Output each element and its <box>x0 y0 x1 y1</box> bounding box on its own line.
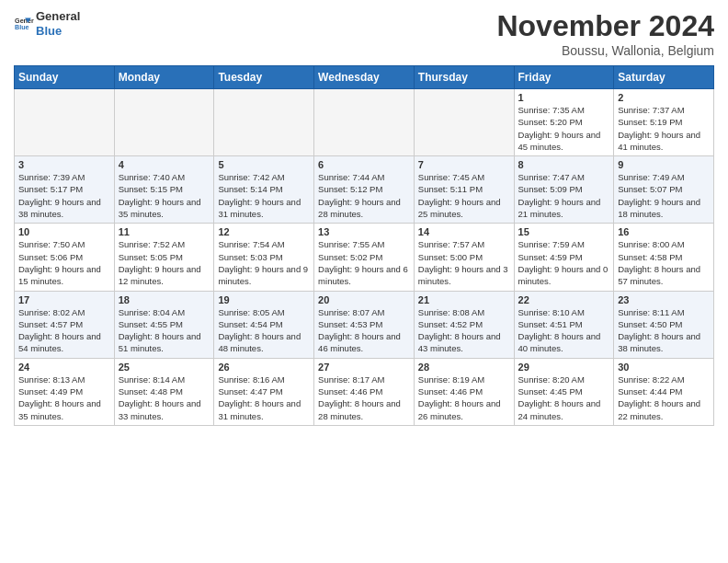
day-info: Sunrise: 7:40 AM Sunset: 5:15 PM Dayligh… <box>119 171 210 220</box>
day-number: 11 <box>119 226 210 237</box>
title-block: November 2024 Boussu, Wallonia, Belgium <box>496 9 714 58</box>
day-info: Sunrise: 7:59 AM Sunset: 4:59 PM Dayligh… <box>518 238 610 287</box>
day-number: 20 <box>318 294 410 305</box>
day-number: 27 <box>318 362 410 373</box>
day-number: 7 <box>418 159 510 170</box>
calendar-cell <box>15 89 115 156</box>
calendar-cell <box>114 89 214 156</box>
day-info: Sunrise: 8:10 AM Sunset: 4:51 PM Dayligh… <box>518 306 610 355</box>
calendar-cell: 18Sunrise: 8:04 AM Sunset: 4:55 PM Dayli… <box>114 291 214 358</box>
day-number: 15 <box>518 226 610 237</box>
calendar-cell: 19Sunrise: 8:05 AM Sunset: 4:54 PM Dayli… <box>214 291 314 358</box>
calendar-cell: 14Sunrise: 7:57 AM Sunset: 5:00 PM Dayli… <box>414 224 514 291</box>
day-info: Sunrise: 8:11 AM Sunset: 4:50 PM Dayligh… <box>618 306 710 355</box>
day-info: Sunrise: 7:55 AM Sunset: 5:02 PM Dayligh… <box>318 238 410 287</box>
day-number: 8 <box>518 159 610 170</box>
svg-text:Blue: Blue <box>15 23 29 30</box>
day-number: 21 <box>418 294 510 305</box>
calendar-cell: 10Sunrise: 7:50 AM Sunset: 5:06 PM Dayli… <box>15 224 115 291</box>
calendar-cell: 15Sunrise: 7:59 AM Sunset: 4:59 PM Dayli… <box>514 224 614 291</box>
day-number: 19 <box>218 294 310 305</box>
day-number: 29 <box>518 362 610 373</box>
day-number: 1 <box>518 92 610 103</box>
weekday-header-wednesday: Wednesday <box>314 66 415 89</box>
calendar-cell: 12Sunrise: 7:54 AM Sunset: 5:03 PM Dayli… <box>214 224 314 291</box>
day-info: Sunrise: 8:16 AM Sunset: 4:47 PM Dayligh… <box>218 373 310 422</box>
logo-line1: General <box>36 9 80 24</box>
day-number: 22 <box>518 294 610 305</box>
day-info: Sunrise: 8:05 AM Sunset: 4:54 PM Dayligh… <box>218 306 310 355</box>
calendar-cell: 11Sunrise: 7:52 AM Sunset: 5:05 PM Dayli… <box>114 224 214 291</box>
weekday-header-monday: Monday <box>114 66 214 89</box>
day-number: 13 <box>318 226 410 237</box>
day-info: Sunrise: 8:02 AM Sunset: 4:57 PM Dayligh… <box>18 306 110 355</box>
calendar-cell: 8Sunrise: 7:47 AM Sunset: 5:09 PM Daylig… <box>514 156 614 224</box>
day-number: 24 <box>18 362 110 373</box>
day-number: 17 <box>18 294 110 305</box>
day-number: 25 <box>119 362 210 373</box>
day-number: 26 <box>218 362 310 373</box>
calendar-cell: 7Sunrise: 7:45 AM Sunset: 5:11 PM Daylig… <box>414 156 514 224</box>
calendar-cell: 25Sunrise: 8:14 AM Sunset: 4:48 PM Dayli… <box>114 358 214 425</box>
day-info: Sunrise: 7:49 AM Sunset: 5:07 PM Dayligh… <box>618 171 710 220</box>
day-info: Sunrise: 8:00 AM Sunset: 4:58 PM Dayligh… <box>618 238 710 287</box>
calendar-cell: 22Sunrise: 8:10 AM Sunset: 4:51 PM Dayli… <box>514 291 614 358</box>
day-info: Sunrise: 7:45 AM Sunset: 5:11 PM Dayligh… <box>418 171 510 220</box>
location: Boussu, Wallonia, Belgium <box>496 43 714 58</box>
day-number: 10 <box>18 226 110 237</box>
calendar-cell: 30Sunrise: 8:22 AM Sunset: 4:44 PM Dayli… <box>614 358 714 425</box>
day-info: Sunrise: 7:39 AM Sunset: 5:17 PM Dayligh… <box>18 171 110 220</box>
day-info: Sunrise: 8:17 AM Sunset: 4:46 PM Dayligh… <box>318 373 410 422</box>
day-info: Sunrise: 8:08 AM Sunset: 4:52 PM Dayligh… <box>418 306 510 355</box>
day-info: Sunrise: 8:13 AM Sunset: 4:49 PM Dayligh… <box>18 373 110 422</box>
page-header: General Blue General Blue November 2024 … <box>14 9 714 58</box>
calendar-cell: 21Sunrise: 8:08 AM Sunset: 4:52 PM Dayli… <box>414 291 514 358</box>
day-number: 30 <box>618 362 710 373</box>
day-number: 12 <box>218 226 310 237</box>
day-number: 23 <box>618 294 710 305</box>
day-info: Sunrise: 7:50 AM Sunset: 5:06 PM Dayligh… <box>18 238 110 287</box>
weekday-header-tuesday: Tuesday <box>214 66 314 89</box>
day-info: Sunrise: 7:54 AM Sunset: 5:03 PM Dayligh… <box>218 238 310 287</box>
day-info: Sunrise: 8:04 AM Sunset: 4:55 PM Dayligh… <box>119 306 210 355</box>
calendar-cell: 9Sunrise: 7:49 AM Sunset: 5:07 PM Daylig… <box>614 156 714 224</box>
month-title: November 2024 <box>496 9 714 43</box>
calendar-cell: 29Sunrise: 8:20 AM Sunset: 4:45 PM Dayli… <box>514 358 614 425</box>
calendar-cell: 28Sunrise: 8:19 AM Sunset: 4:46 PM Dayli… <box>414 358 514 425</box>
day-info: Sunrise: 7:44 AM Sunset: 5:12 PM Dayligh… <box>318 171 410 220</box>
day-number: 3 <box>18 159 110 170</box>
calendar-cell: 20Sunrise: 8:07 AM Sunset: 4:53 PM Dayli… <box>314 291 415 358</box>
day-info: Sunrise: 7:57 AM Sunset: 5:00 PM Dayligh… <box>418 238 510 287</box>
logo-line2: Blue <box>36 24 80 39</box>
calendar-cell: 16Sunrise: 8:00 AM Sunset: 4:58 PM Dayli… <box>614 224 714 291</box>
calendar-cell: 23Sunrise: 8:11 AM Sunset: 4:50 PM Dayli… <box>614 291 714 358</box>
day-number: 28 <box>418 362 510 373</box>
day-number: 9 <box>618 159 710 170</box>
day-info: Sunrise: 8:22 AM Sunset: 4:44 PM Dayligh… <box>618 373 710 422</box>
day-info: Sunrise: 7:37 AM Sunset: 5:19 PM Dayligh… <box>618 104 710 153</box>
day-number: 16 <box>618 226 710 237</box>
day-number: 5 <box>218 159 310 170</box>
day-info: Sunrise: 8:19 AM Sunset: 4:46 PM Dayligh… <box>418 373 510 422</box>
day-info: Sunrise: 8:14 AM Sunset: 4:48 PM Dayligh… <box>119 373 210 422</box>
day-number: 2 <box>618 92 710 103</box>
day-info: Sunrise: 8:07 AM Sunset: 4:53 PM Dayligh… <box>318 306 410 355</box>
calendar-cell <box>214 89 314 156</box>
day-info: Sunrise: 7:42 AM Sunset: 5:14 PM Dayligh… <box>218 171 310 220</box>
calendar-cell <box>314 89 415 156</box>
calendar-cell <box>414 89 514 156</box>
calendar-cell: 4Sunrise: 7:40 AM Sunset: 5:15 PM Daylig… <box>114 156 214 224</box>
day-number: 14 <box>418 226 510 237</box>
weekday-header-friday: Friday <box>514 66 614 89</box>
calendar-cell: 2Sunrise: 7:37 AM Sunset: 5:19 PM Daylig… <box>614 89 714 156</box>
day-number: 4 <box>119 159 210 170</box>
calendar-cell: 5Sunrise: 7:42 AM Sunset: 5:14 PM Daylig… <box>214 156 314 224</box>
weekday-header-thursday: Thursday <box>414 66 514 89</box>
day-info: Sunrise: 7:35 AM Sunset: 5:20 PM Dayligh… <box>518 104 610 153</box>
calendar-cell: 26Sunrise: 8:16 AM Sunset: 4:47 PM Dayli… <box>214 358 314 425</box>
weekday-header-sunday: Sunday <box>15 66 115 89</box>
calendar-cell: 6Sunrise: 7:44 AM Sunset: 5:12 PM Daylig… <box>314 156 415 224</box>
calendar: SundayMondayTuesdayWednesdayThursdayFrid… <box>14 65 714 426</box>
day-info: Sunrise: 8:20 AM Sunset: 4:45 PM Dayligh… <box>518 373 610 422</box>
day-info: Sunrise: 7:52 AM Sunset: 5:05 PM Dayligh… <box>119 238 210 287</box>
